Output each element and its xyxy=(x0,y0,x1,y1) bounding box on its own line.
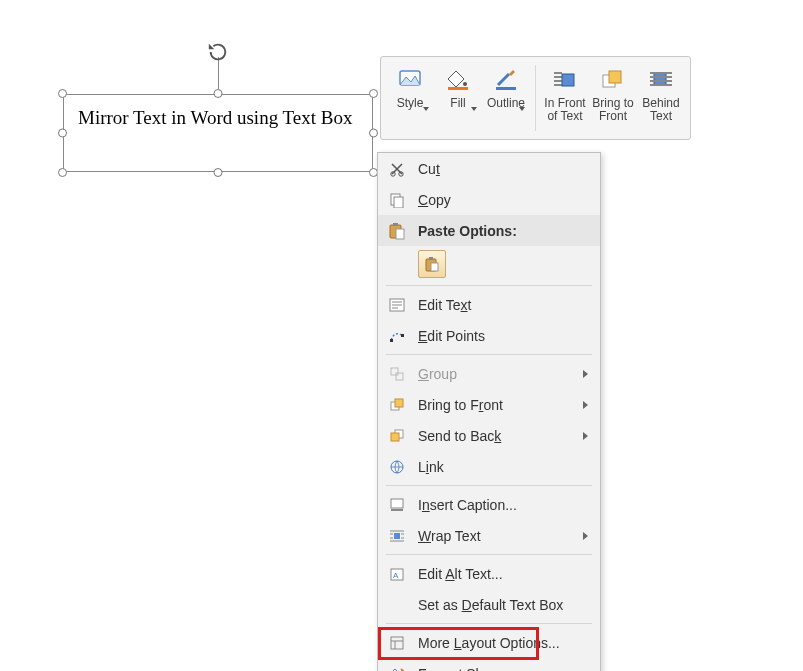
menu-format-shape-label: Format Shape... xyxy=(418,666,588,672)
svg-rect-35 xyxy=(395,399,403,407)
outline-button[interactable]: Outline xyxy=(483,61,529,135)
svg-rect-41 xyxy=(394,533,400,539)
menu-send-to-back-label: Send to Back xyxy=(418,428,575,444)
svg-rect-2 xyxy=(448,87,468,90)
menu-link[interactable]: Link xyxy=(378,451,600,482)
send-to-back-menu-icon xyxy=(386,425,408,447)
menu-group-label: Group xyxy=(418,366,575,382)
resize-handle-tm[interactable] xyxy=(214,89,223,98)
svg-rect-25 xyxy=(431,263,438,271)
svg-rect-32 xyxy=(391,368,398,375)
rotate-handle-icon[interactable] xyxy=(206,40,230,64)
submenu-arrow-icon xyxy=(583,532,588,540)
bring-to-front-menu-icon xyxy=(386,394,408,416)
svg-rect-24 xyxy=(429,257,433,260)
menu-separator xyxy=(386,285,592,286)
menu-insert-caption[interactable]: Insert Caption... xyxy=(378,489,600,520)
svg-rect-11 xyxy=(654,73,666,85)
svg-rect-7 xyxy=(554,84,562,86)
menu-link-label: Link xyxy=(418,459,588,475)
bring-front-label: Bring to Front xyxy=(590,97,636,123)
paste-options-row xyxy=(378,246,600,282)
resize-handle-tr[interactable] xyxy=(369,89,378,98)
behind-text-icon xyxy=(648,65,674,93)
copy-icon xyxy=(386,189,408,211)
menu-cut[interactable]: Cut xyxy=(378,153,600,184)
bring-to-front-button[interactable]: Bring to Front xyxy=(590,61,636,135)
style-icon xyxy=(398,65,422,93)
menu-edit-points[interactable]: Edit Points xyxy=(378,320,600,351)
resize-handle-bm[interactable] xyxy=(214,168,223,177)
paste-options-label: Paste Options: xyxy=(418,223,588,239)
resize-handle-tl[interactable] xyxy=(58,89,67,98)
toolbar-separator xyxy=(535,65,536,131)
svg-rect-50 xyxy=(391,637,403,649)
menu-set-default[interactable]: Set as Default Text Box xyxy=(378,589,600,620)
svg-rect-4 xyxy=(554,72,562,74)
style-label: Style xyxy=(397,97,424,110)
menu-copy[interactable]: Copy xyxy=(378,184,600,215)
resize-handle-ml[interactable] xyxy=(58,129,67,138)
menu-separator xyxy=(386,485,592,486)
resize-handle-mr[interactable] xyxy=(369,129,378,138)
menu-edit-alt-text[interactable]: A Edit Alt Text... xyxy=(378,558,600,589)
style-button[interactable]: Style xyxy=(387,61,433,135)
menu-edit-alt-text-label: Edit Alt Text... xyxy=(418,566,588,582)
svg-rect-8 xyxy=(562,74,574,86)
menu-paste-options-header: Paste Options: xyxy=(378,215,600,246)
menu-set-default-label: Set as Default Text Box xyxy=(418,597,588,613)
svg-rect-12 xyxy=(650,72,672,74)
svg-rect-39 xyxy=(391,499,403,508)
svg-text:A: A xyxy=(393,571,399,580)
svg-rect-37 xyxy=(391,433,399,441)
outline-label: Outline xyxy=(487,97,525,110)
menu-copy-label: Copy xyxy=(418,192,588,208)
menu-separator xyxy=(386,554,592,555)
menu-more-layout[interactable]: More Layout Options... xyxy=(378,627,600,658)
menu-wrap-text[interactable]: Wrap Text xyxy=(378,520,600,551)
fill-button[interactable]: Fill xyxy=(435,61,481,135)
menu-edit-points-label: Edit Points xyxy=(418,328,588,344)
outline-icon xyxy=(494,65,518,93)
menu-edit-text[interactable]: Edit Text xyxy=(378,289,600,320)
cut-icon xyxy=(386,158,408,180)
in-front-of-text-button[interactable]: In Front of Text xyxy=(542,61,588,135)
mini-toolbar: Style Fill Outline In Front of Text xyxy=(380,56,691,140)
svg-rect-19 xyxy=(394,197,403,208)
menu-more-layout-label: More Layout Options... xyxy=(418,635,588,651)
menu-bring-to-front[interactable]: Bring to Front xyxy=(378,389,600,420)
svg-rect-13 xyxy=(650,76,672,78)
behind-text-button[interactable]: Behind Text xyxy=(638,61,684,135)
menu-separator xyxy=(386,354,592,355)
edit-text-icon xyxy=(386,294,408,316)
svg-rect-3 xyxy=(496,87,516,90)
textbox-selection[interactable]: Mirror Text in Word using Text Box xyxy=(63,94,373,172)
edit-points-icon xyxy=(386,325,408,347)
resize-handle-bl[interactable] xyxy=(58,168,67,177)
menu-group: Group xyxy=(378,358,600,389)
bring-to-front-icon xyxy=(600,65,626,93)
in-front-of-text-icon xyxy=(552,65,578,93)
submenu-arrow-icon xyxy=(583,370,588,378)
svg-rect-40 xyxy=(391,509,403,511)
insert-caption-icon xyxy=(386,494,408,516)
svg-point-1 xyxy=(463,82,467,86)
menu-insert-caption-label: Insert Caption... xyxy=(418,497,588,513)
behind-label: Behind Text xyxy=(638,97,684,123)
fill-label: Fill xyxy=(450,97,465,110)
textbox[interactable]: Mirror Text in Word using Text Box xyxy=(63,94,373,172)
wrap-text-icon xyxy=(386,525,408,547)
context-menu: Cut Copy Paste Options: Edit Text Edit P… xyxy=(377,152,601,671)
menu-format-shape[interactable]: Format Shape... xyxy=(378,658,600,671)
menu-edit-text-label: Edit Text xyxy=(418,297,588,313)
link-icon xyxy=(386,456,408,478)
svg-rect-15 xyxy=(650,84,672,86)
paste-keep-source-button[interactable] xyxy=(418,250,446,278)
more-layout-icon xyxy=(386,632,408,654)
paste-options-icon xyxy=(386,220,408,242)
menu-bring-to-front-label: Bring to Front xyxy=(418,397,575,413)
menu-wrap-text-label: Wrap Text xyxy=(418,528,575,544)
svg-rect-31 xyxy=(401,334,404,337)
menu-send-to-back[interactable]: Send to Back xyxy=(378,420,600,451)
svg-rect-21 xyxy=(393,223,398,226)
